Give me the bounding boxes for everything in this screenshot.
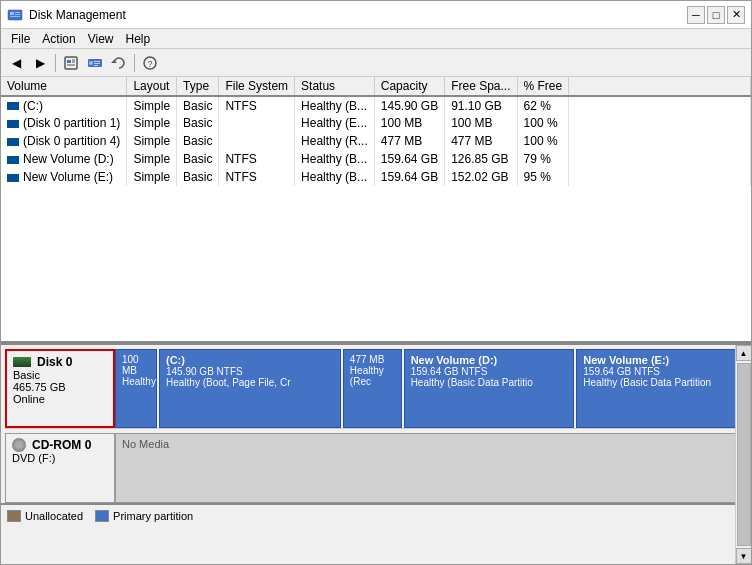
cell-extra [569, 114, 751, 132]
back-button[interactable]: ◀ [5, 52, 27, 74]
disk0-partition-0[interactable]: 100 MB Healthy [115, 349, 157, 428]
col-header-pctfree[interactable]: % Free [517, 77, 569, 96]
disk0-size: 465.75 GB [13, 381, 107, 393]
cdrom-row: CD-ROM 0 DVD (F:) No Media [5, 433, 747, 503]
col-header-type[interactable]: Type [177, 77, 219, 96]
svg-rect-3 [15, 14, 20, 15]
close-button[interactable]: ✕ [727, 6, 745, 24]
menu-file[interactable]: File [5, 31, 36, 47]
app-icon [7, 7, 23, 23]
table-row[interactable]: (Disk 0 partition 4) Simple Basic Health… [1, 132, 751, 150]
disk0-name: Disk 0 [13, 355, 107, 369]
disk0-partition-2[interactable]: 477 MB Healthy (Rec [343, 349, 402, 428]
svg-text:?: ? [147, 59, 152, 69]
bottom-scrollbar: ▲ ▼ [735, 345, 751, 564]
cell-layout: Simple [127, 132, 177, 150]
partition-name: (C:) [166, 354, 334, 366]
cell-extra [569, 168, 751, 186]
partition-status: Healthy (Basic Data Partition [583, 377, 740, 388]
disk-icon [87, 55, 103, 71]
volume-icon [7, 138, 19, 146]
partition-size: 145.90 GB NTFS [166, 366, 334, 377]
cdrom-drive: DVD (F:) [12, 452, 108, 464]
svg-rect-4 [10, 16, 20, 17]
volume-icon [7, 174, 19, 182]
scroll-thumb[interactable] [737, 363, 751, 546]
table-row[interactable]: (Disk 0 partition 1) Simple Basic Health… [1, 114, 751, 132]
disk0-row: Disk 0 Basic 465.75 GB Online 100 MB Hea… [5, 349, 747, 429]
cdrom-content: No Media [115, 433, 747, 503]
menu-view[interactable]: View [82, 31, 120, 47]
table-row[interactable]: New Volume (D:) Simple Basic NTFS Health… [1, 150, 751, 168]
legend-unallocated-label: Unallocated [25, 510, 83, 522]
minimize-button[interactable]: ─ [687, 6, 705, 24]
menu-action[interactable]: Action [36, 31, 81, 47]
partition-size: 159.64 GB NTFS [583, 366, 740, 377]
volume-icon [7, 156, 19, 164]
svg-rect-13 [94, 63, 100, 64]
disk0-status: Online [13, 393, 107, 405]
legend-primary-label: Primary partition [113, 510, 193, 522]
col-header-capacity[interactable]: Capacity [374, 77, 444, 96]
disk0-partition-3[interactable]: New Volume (D:) 159.64 GB NTFS Healthy (… [404, 349, 575, 428]
cell-capacity: 100 MB [374, 114, 444, 132]
table-row[interactable]: New Volume (E:) Simple Basic NTFS Health… [1, 168, 751, 186]
cell-type: Basic [177, 132, 219, 150]
cell-extra [569, 150, 751, 168]
menu-help[interactable]: Help [120, 31, 157, 47]
forward-button[interactable]: ▶ [29, 52, 51, 74]
cell-pctfree: 79 % [517, 150, 569, 168]
scroll-up[interactable]: ▲ [736, 345, 752, 361]
cell-type: Basic [177, 150, 219, 168]
col-header-layout[interactable]: Layout [127, 77, 177, 96]
svg-rect-14 [94, 65, 98, 66]
svg-marker-15 [111, 60, 117, 63]
cdrom-label[interactable]: CD-ROM 0 DVD (F:) [5, 433, 115, 503]
cell-free: 126.85 GB [445, 150, 517, 168]
col-header-free[interactable]: Free Spa... [445, 77, 517, 96]
cdrom-name: CD-ROM 0 [12, 438, 108, 452]
col-header-extra [569, 77, 751, 96]
help-button[interactable]: ? [139, 52, 161, 74]
refresh-icon [111, 55, 127, 71]
title-bar: Disk Management ─ □ ✕ [1, 1, 751, 29]
cell-status: Healthy (E... [295, 114, 375, 132]
cell-capacity: 477 MB [374, 132, 444, 150]
disk0-label[interactable]: Disk 0 Basic 465.75 GB Online [5, 349, 115, 428]
properties-button[interactable] [60, 52, 82, 74]
cell-free: 477 MB [445, 132, 517, 150]
cell-extra [569, 132, 751, 150]
col-header-status[interactable]: Status [295, 77, 375, 96]
refresh-button[interactable] [108, 52, 130, 74]
volume-table: Volume Layout Type File System Status Ca… [1, 77, 751, 186]
cell-layout: Simple [127, 114, 177, 132]
cell-volume: New Volume (E:) [1, 168, 127, 186]
help-icon: ? [142, 55, 158, 71]
scroll-down[interactable]: ▼ [736, 548, 752, 564]
cell-volume: (C:) [1, 96, 127, 114]
col-header-volume[interactable]: Volume [1, 77, 127, 96]
legend-unallocated-box [7, 510, 21, 522]
cdrom-status: No Media [122, 438, 740, 450]
disk-visual-panel: Disk 0 Basic 465.75 GB Online 100 MB Hea… [1, 344, 751, 564]
cell-free: 152.02 GB [445, 168, 517, 186]
disk0-partition-1[interactable]: (C:) 145.90 GB NTFS Healthy (Boot, Page … [159, 349, 341, 428]
cell-pctfree: 100 % [517, 114, 569, 132]
cell-filesystem [219, 132, 295, 150]
partition-size: 100 MB [122, 354, 150, 376]
partition-size: 159.64 GB NTFS [411, 366, 568, 377]
partition-status: Healthy (Boot, Page File, Cr [166, 377, 334, 388]
col-header-filesystem[interactable]: File System [219, 77, 295, 96]
cell-volume: New Volume (D:) [1, 150, 127, 168]
legend-primary-box [95, 510, 109, 522]
maximize-button[interactable]: □ [707, 6, 725, 24]
table-row[interactable]: (C:) Simple Basic NTFS Healthy (B... 145… [1, 96, 751, 114]
disk-properties-button[interactable] [84, 52, 106, 74]
partition-status: Healthy (Basic Data Partitio [411, 377, 568, 388]
volume-icon [7, 120, 19, 128]
disk0-partition-4[interactable]: New Volume (E:) 159.64 GB NTFS Healthy (… [576, 349, 747, 428]
window-controls: ─ □ ✕ [687, 6, 745, 24]
svg-rect-1 [10, 12, 14, 15]
cell-type: Basic [177, 114, 219, 132]
toolbar-separator-2 [134, 54, 135, 72]
